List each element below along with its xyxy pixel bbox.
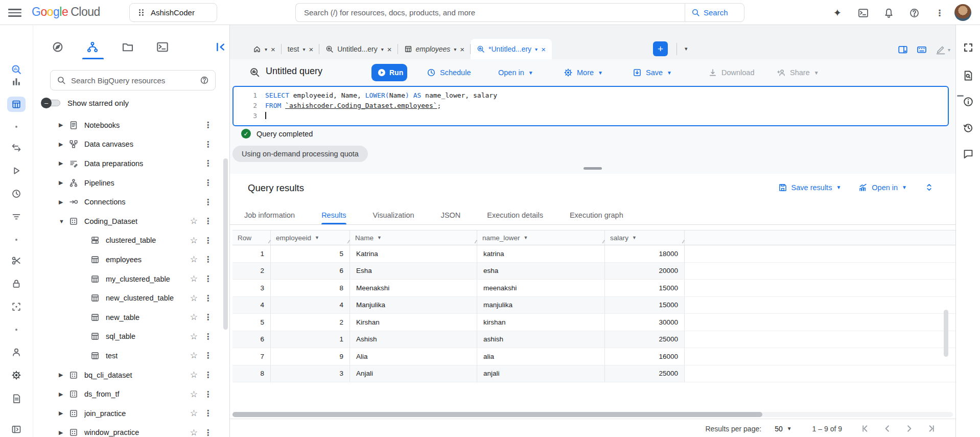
gemini-icon[interactable]: ✦ (831, 6, 844, 19)
person-icon[interactable] (11, 347, 22, 358)
results-tab-visualization[interactable]: Visualization (373, 205, 414, 224)
doc-icon[interactable] (11, 393, 22, 404)
folder-icon[interactable] (122, 41, 134, 53)
table-row[interactable]: 52Kirshankirshan30000 (232, 314, 955, 331)
more-vert-icon[interactable]: ⋮ (204, 370, 212, 380)
run-icon[interactable] (11, 165, 22, 176)
tab-home[interactable]: ▾× (247, 39, 282, 59)
star-icon[interactable]: ☆ (190, 408, 198, 419)
column-header-Name[interactable]: Name▼∕∕ (350, 231, 477, 245)
share-button[interactable]: Share▼ (777, 64, 819, 81)
tab-list-dropdown-icon[interactable]: ▾ (685, 45, 688, 52)
bigquery-logo[interactable] (11, 64, 22, 75)
table-row[interactable]: 79Aliaalia16000 (232, 348, 955, 365)
chevron-right-icon[interactable]: ▶ (59, 410, 69, 417)
frame-icon[interactable] (11, 301, 22, 312)
more-vert-icon[interactable]: ⋮ (204, 351, 212, 360)
tree-item-ds_from_tf[interactable]: ▶ds_from_tf☆⋮ (33, 384, 229, 404)
results-tab-json[interactable]: JSON (441, 205, 461, 224)
chevron-down-icon[interactable]: ▾ (265, 47, 267, 52)
keyboard-icon[interactable] (917, 44, 927, 55)
save-button[interactable]: Save▼ (633, 64, 672, 81)
more-vert-icon[interactable]: ⋮ (204, 428, 212, 437)
tree-item-sql_table[interactable]: sql_table☆⋮ (33, 327, 229, 347)
tree-item-my_clustered_table[interactable]: my_clustered_table☆⋮ (33, 269, 229, 289)
chevron-down-icon[interactable]: ▼ (59, 218, 69, 224)
tree-item-Data preparations[interactable]: ▶Data preparations⋮ (33, 154, 229, 173)
results-tab-results[interactable]: Results (321, 205, 346, 224)
terminal-icon[interactable] (156, 41, 169, 53)
results-vertical-scrollbar[interactable] (944, 310, 948, 357)
star-icon[interactable]: ☆ (190, 273, 198, 284)
star-icon[interactable]: ☆ (190, 389, 198, 400)
more-vert-icon[interactable]: ⋮ (204, 178, 212, 188)
notifications-icon[interactable] (882, 6, 895, 19)
chevron-right-icon[interactable]: ▶ (59, 160, 69, 167)
compass-icon[interactable] (52, 41, 64, 53)
clock-icon[interactable] (11, 188, 22, 199)
chevron-right-icon[interactable]: ▶ (59, 141, 69, 148)
global-search-button[interactable]: Search (685, 3, 744, 22)
scissors-icon[interactable] (11, 255, 22, 266)
doc-search-icon[interactable] (963, 70, 974, 81)
tab-test[interactable]: test▾× (282, 39, 319, 59)
run-button[interactable]: Run (371, 64, 407, 81)
star-icon[interactable]: ☆ (190, 350, 198, 361)
sql-editor[interactable]: 1SELECT employeeid, Name, LOWER(Name) AS… (232, 86, 949, 126)
more-vert-icon[interactable]: ⋮ (204, 216, 212, 226)
lock-icon[interactable] (11, 278, 22, 289)
column-header-name_lower[interactable]: name_lower▼∕∕ (477, 231, 605, 245)
star-icon[interactable]: ☆ (190, 312, 198, 323)
results-tab-job-information[interactable]: Job information (244, 205, 295, 224)
tree-item-employees[interactable]: employees☆⋮ (33, 250, 229, 269)
results-tab-execution-graph[interactable]: Execution graph (570, 205, 623, 224)
last-page-icon[interactable] (926, 424, 936, 433)
show-starred-toggle[interactable]: – (41, 98, 61, 108)
results-tab-execution-details[interactable]: Execution details (487, 205, 543, 224)
more-vert-icon[interactable]: ⋮ (204, 293, 212, 303)
star-icon[interactable]: ☆ (190, 427, 198, 437)
first-page-icon[interactable] (860, 424, 870, 433)
tree-item-test[interactable]: test☆⋮ (33, 346, 229, 365)
tree-item-Data canvases[interactable]: ▶Data canvases⋮ (33, 135, 229, 154)
chevron-down-icon[interactable]: ▾ (535, 47, 538, 52)
tree-item-new_table[interactable]: new_table☆⋮ (33, 308, 229, 327)
settings-icon[interactable] (11, 370, 22, 381)
star-icon[interactable]: ☆ (190, 293, 198, 304)
table-row[interactable]: 38Meenakshimeenakshi15000 (232, 280, 955, 297)
tab-employees[interactable]: employees▾× (398, 39, 471, 59)
per-page-select[interactable]: 50▼ (775, 425, 791, 433)
panel-open-icon[interactable] (11, 424, 22, 435)
info-icon[interactable] (963, 96, 974, 107)
panel-drag-handle[interactable] (584, 167, 602, 170)
prev-page-icon[interactable] (882, 424, 892, 433)
close-icon[interactable]: × (387, 45, 392, 54)
more-vert-icon[interactable]: ⋮ (204, 236, 212, 245)
explorer-scrollbar[interactable] (223, 158, 228, 330)
more-vert-icon[interactable]: ⋮ (204, 332, 212, 341)
main-menu-icon[interactable] (8, 6, 21, 19)
close-icon[interactable]: × (309, 45, 313, 54)
chat-icon[interactable] (963, 148, 974, 159)
more-vert-icon[interactable]: ⋮ (204, 120, 212, 130)
more-vert-icon[interactable]: ⋮ (204, 389, 212, 399)
avatar[interactable] (954, 4, 971, 21)
open-in-button[interactable]: Open in▼ (498, 64, 533, 81)
chevron-down-icon[interactable]: ▾ (381, 47, 384, 52)
help-icon[interactable] (907, 6, 921, 19)
tree-item-window_practice[interactable]: ▶window_practice☆⋮ (33, 423, 229, 437)
search-help-icon[interactable] (200, 76, 209, 85)
expand-panel-icon[interactable] (924, 182, 934, 192)
download-button[interactable]: Download (708, 64, 755, 81)
analysis-icon[interactable] (86, 41, 99, 53)
table-row[interactable]: 61Ashishashish25000 (232, 331, 955, 349)
more-vert-icon[interactable]: ⋮ (204, 312, 212, 322)
chevron-down-icon[interactable]: ▾ (302, 47, 305, 52)
add-tab-button[interactable]: + (653, 41, 668, 56)
studio-icon[interactable] (7, 97, 26, 112)
tree-item-clustered_table[interactable]: clustered_table☆⋮ (33, 231, 229, 250)
results-horizontal-scrollbar[interactable] (232, 412, 953, 417)
table-row[interactable]: 15Katrinakatrina18000 (232, 245, 955, 263)
star-icon[interactable]: ☆ (190, 235, 198, 246)
more-vert-icon[interactable]: ⋮ (204, 255, 212, 264)
